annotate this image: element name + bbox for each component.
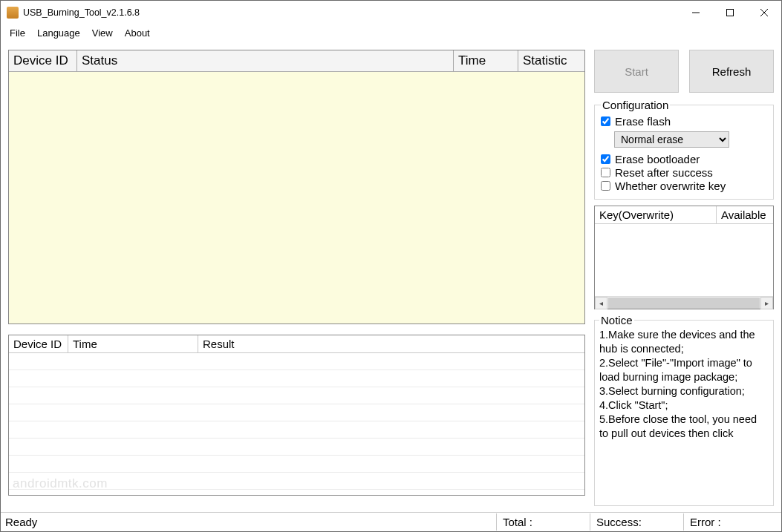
- erase-flash-checkbox[interactable]: Erase flash: [601, 115, 767, 128]
- key-body: [595, 224, 773, 296]
- app-window: USB_Burning_Tool_v2.1.6.8 File Language …: [0, 0, 782, 532]
- notice-body: 1.Make sure the devices and the hub is c…: [599, 328, 769, 439]
- result-body: [9, 353, 584, 495]
- refresh-button[interactable]: Refresh: [689, 50, 774, 93]
- erase-bootloader-input[interactable]: [601, 154, 610, 164]
- table-row: [9, 421, 584, 439]
- erase-bootloader-label: Erase bootloader: [615, 153, 700, 165]
- window-title: USB_Burning_Tool_v2.1.6.8: [23, 7, 679, 18]
- key-overwrite-panel: Key(Overwrite) Available ◂ ▸: [594, 206, 774, 309]
- left-column: Device ID Status Time Statistic Device I…: [8, 50, 585, 506]
- table-row: [9, 439, 584, 456]
- table-row: [9, 456, 584, 473]
- scroll-left-icon[interactable]: ◂: [595, 297, 607, 309]
- titlebar: USB_Burning_Tool_v2.1.6.8: [1, 1, 781, 24]
- notice-line: 5.Before close the tool, you need to pul…: [599, 413, 769, 439]
- status-bar: Ready Total : Success: Error :: [1, 512, 781, 531]
- erase-bootloader-checkbox[interactable]: Erase bootloader: [601, 153, 767, 165]
- reset-after-checkbox[interactable]: Reset after success: [601, 166, 767, 179]
- menu-about[interactable]: About: [119, 26, 156, 40]
- scroll-right-icon[interactable]: ▸: [760, 297, 773, 309]
- svg-rect-1: [727, 10, 734, 16]
- key-scrollbar[interactable]: ◂ ▸: [595, 296, 773, 309]
- col-key[interactable]: Key(Overwrite): [595, 206, 717, 224]
- notice-line: 3.Select burning configuration;: [599, 384, 769, 398]
- overwrite-key-label: Whether overwrite key: [615, 180, 726, 192]
- minimize-button[interactable]: [679, 1, 713, 24]
- menu-language[interactable]: Language: [31, 26, 86, 40]
- reset-after-input[interactable]: [601, 168, 610, 177]
- menu-bar: File Language View About: [1, 24, 781, 41]
- overwrite-key-input[interactable]: [601, 181, 610, 191]
- menu-file[interactable]: File: [4, 26, 31, 40]
- menu-view[interactable]: View: [86, 26, 119, 40]
- col-status[interactable]: Status: [77, 50, 454, 72]
- col-result-time[interactable]: Time: [68, 335, 198, 353]
- notice-group: Notice 1.Make sure the devices and the h…: [594, 314, 774, 506]
- configuration-legend: Configuration: [601, 99, 670, 111]
- table-row: [9, 404, 584, 421]
- reset-after-label: Reset after success: [615, 166, 713, 179]
- erase-flash-input[interactable]: [601, 116, 610, 126]
- col-result-device-id[interactable]: Device ID: [9, 335, 68, 353]
- table-row: [9, 353, 584, 370]
- right-column: Start Refresh Configuration Erase flash …: [594, 50, 774, 506]
- erase-mode-select[interactable]: Normal erase: [614, 131, 729, 148]
- notice-line: 2.Select "File"-"Import image" to load b…: [599, 356, 769, 384]
- device-status-body: [9, 72, 584, 324]
- table-row: [9, 370, 584, 387]
- col-available[interactable]: Available: [717, 206, 773, 224]
- app-icon: [7, 7, 19, 19]
- notice-line: 4.Click "Start";: [599, 398, 769, 413]
- table-row: [9, 473, 584, 490]
- maximize-button[interactable]: [713, 1, 747, 24]
- status-total: Total :: [496, 513, 590, 531]
- col-statistic[interactable]: Statistic: [518, 50, 584, 72]
- close-button[interactable]: [747, 1, 781, 24]
- notice-legend: Notice: [599, 314, 634, 326]
- configuration-group: Configuration Erase flash Normal erase E…: [594, 99, 774, 200]
- client-area: Device ID Status Time Statistic Device I…: [1, 41, 781, 512]
- device-status-table: Device ID Status Time Statistic: [8, 50, 585, 324]
- status-error: Error :: [683, 513, 777, 531]
- notice-line: 1.Make sure the devices and the hub is c…: [599, 328, 769, 356]
- status-ready: Ready: [5, 516, 496, 528]
- status-success: Success:: [590, 513, 683, 531]
- col-time[interactable]: Time: [454, 50, 518, 72]
- col-device-id[interactable]: Device ID: [9, 50, 77, 72]
- erase-flash-label: Erase flash: [615, 115, 671, 128]
- scroll-thumb[interactable]: [608, 298, 760, 309]
- overwrite-key-checkbox[interactable]: Whether overwrite key: [601, 180, 767, 192]
- table-row: [9, 387, 584, 404]
- col-result-result[interactable]: Result: [198, 335, 584, 353]
- start-button[interactable]: Start: [594, 50, 679, 93]
- result-table: Device ID Time Result: [8, 335, 585, 496]
